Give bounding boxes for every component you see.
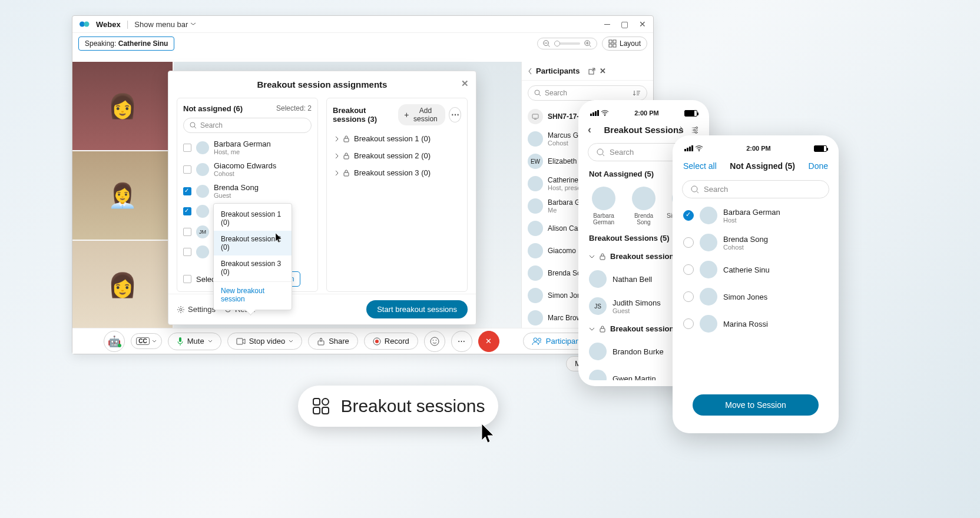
- person-row[interactable]: Giacomo EdwardsCohost: [183, 158, 312, 180]
- speaking-indicator: Speaking: Catherine Sinu: [78, 36, 174, 51]
- svg-point-24: [190, 122, 195, 127]
- close-panel-icon[interactable]: ✕: [600, 67, 648, 75]
- record-button[interactable]: Record: [364, 333, 418, 350]
- settings-button[interactable]: Settings: [177, 305, 216, 314]
- checkbox[interactable]: [183, 144, 191, 152]
- search-input[interactable]: Search: [682, 180, 829, 198]
- video-tile: 👩: [72, 62, 173, 150]
- radio[interactable]: [683, 210, 694, 221]
- layout-button[interactable]: Layout: [602, 36, 647, 51]
- move-to-session-button[interactable]: Move to Session: [693, 394, 819, 416]
- breakout-icon: [311, 396, 331, 416]
- svg-point-36: [698, 150, 700, 151]
- record-icon: [373, 337, 381, 346]
- svg-point-19: [431, 337, 439, 346]
- popout-icon[interactable]: [588, 67, 596, 75]
- participant-row[interactable]: Simon Jones: [675, 283, 836, 310]
- checkbox[interactable]: [183, 207, 191, 215]
- search-icon: [190, 122, 197, 129]
- mute-button[interactable]: Mute: [168, 333, 221, 350]
- close-icon[interactable]: ✕: [639, 19, 646, 29]
- radio[interactable]: [683, 291, 694, 302]
- select-all-checkbox[interactable]: [183, 275, 191, 283]
- zoom-out-icon[interactable]: [542, 39, 551, 48]
- svg-point-22: [534, 338, 537, 341]
- session-row[interactable]: Breakout session 2 (0): [333, 147, 461, 164]
- app-name: Webex: [96, 20, 121, 29]
- search-icon: [691, 185, 699, 194]
- mobile-not-assigned: 2:00 PM Select all Not Assigned (5) Done…: [673, 135, 839, 433]
- add-session-button[interactable]: +Add session: [398, 104, 445, 125]
- svg-rect-25: [344, 138, 349, 142]
- session-row[interactable]: Breakout session 1 (0): [333, 130, 461, 147]
- move-to-session-menu: Breakout session 1 (0) Breakout session …: [213, 203, 292, 310]
- menu-item-new-session[interactable]: New breakout session: [214, 281, 292, 307]
- radio[interactable]: [683, 318, 694, 329]
- cc-button[interactable]: CC: [131, 333, 161, 349]
- svg-point-20: [432, 340, 433, 341]
- video-tile: 👩: [72, 241, 173, 329]
- sort-icon[interactable]: [633, 89, 641, 97]
- menu-item-session-1[interactable]: Breakout session 1 (0): [214, 206, 292, 231]
- camera-icon: [236, 338, 246, 345]
- menu-bar-toggle[interactable]: Show menu bar: [134, 20, 196, 29]
- page-title: Not Assigned (5): [730, 161, 795, 171]
- person-row[interactable]: Brenda SongGuest: [183, 180, 312, 202]
- meeting-toolbar: 🤖 CC Mute Stop video Share Record ⋯ ✕: [72, 328, 653, 354]
- end-call-button[interactable]: ✕: [478, 331, 499, 352]
- wifi-icon: [695, 145, 703, 151]
- breakout-sessions-pill[interactable]: Breakout sessions: [298, 386, 498, 427]
- breakout-sessions-panel: Breakout sessions (3) +Add session ⋯ Bre…: [326, 98, 468, 292]
- svg-rect-35: [600, 328, 605, 332]
- webex-logo-icon: [80, 20, 90, 28]
- participant-row[interactable]: Marina Rossi: [675, 310, 836, 337]
- checkbox[interactable]: [183, 187, 191, 195]
- minimize-icon[interactable]: ─: [604, 19, 610, 29]
- chevron-left-icon[interactable]: [528, 68, 532, 75]
- svg-rect-5: [613, 40, 616, 43]
- zoom-control[interactable]: [537, 38, 597, 49]
- back-icon[interactable]: ‹: [588, 124, 591, 136]
- stop-video-button[interactable]: Stop video: [227, 333, 302, 350]
- participant-row[interactable]: Barbara GermanHost: [675, 202, 836, 229]
- menu-item-session-3[interactable]: Breakout session 3 (0): [214, 255, 292, 280]
- participants-search[interactable]: Search: [528, 85, 647, 101]
- smile-icon: [430, 337, 439, 346]
- maximize-icon[interactable]: ▢: [621, 19, 628, 29]
- close-icon[interactable]: ✕: [461, 78, 469, 89]
- participant-row[interactable]: Catherie Sinu: [675, 256, 836, 283]
- checkbox[interactable]: [183, 248, 191, 256]
- svg-rect-40: [313, 407, 320, 414]
- svg-point-31: [694, 129, 696, 131]
- svg-rect-39: [322, 399, 329, 405]
- chevron-down-icon: [589, 327, 595, 331]
- modal-title: Breakout session assignments ✕: [168, 71, 476, 98]
- radio[interactable]: [683, 264, 694, 275]
- radio[interactable]: [683, 237, 694, 248]
- person-row[interactable]: Barbara GermanHost, me: [183, 137, 312, 158]
- svg-point-9: [535, 90, 539, 95]
- checkbox[interactable]: [183, 165, 191, 174]
- refresh-icon[interactable]: [675, 125, 684, 135]
- checkbox[interactable]: [183, 228, 191, 236]
- share-button[interactable]: Share: [308, 333, 358, 350]
- settings-icon[interactable]: [690, 125, 700, 135]
- search-icon: [534, 89, 541, 97]
- assistant-button[interactable]: 🤖: [104, 331, 125, 352]
- svg-point-1: [84, 22, 90, 27]
- search-input[interactable]: Search: [183, 118, 312, 133]
- svg-point-21: [435, 340, 436, 341]
- more-options-button[interactable]: ⋯: [449, 107, 461, 122]
- done-button[interactable]: Done: [809, 161, 828, 171]
- select-all-button[interactable]: Select all: [683, 161, 717, 171]
- participant-row[interactable]: Brenda SongCohost: [675, 229, 836, 256]
- video-tile: 👩‍💼: [72, 151, 173, 240]
- participants-title: Participants: [536, 67, 584, 75]
- reactions-button[interactable]: [424, 331, 445, 352]
- zoom-in-icon[interactable]: [584, 39, 592, 48]
- session-row[interactable]: Breakout session 3 (0): [333, 164, 461, 181]
- start-breakout-button[interactable]: Start breakout sessions: [366, 300, 468, 318]
- svg-rect-7: [613, 44, 616, 47]
- titlebar: Webex | Show menu bar ─ ▢ ✕: [72, 16, 653, 33]
- more-button[interactable]: ⋯: [451, 331, 472, 352]
